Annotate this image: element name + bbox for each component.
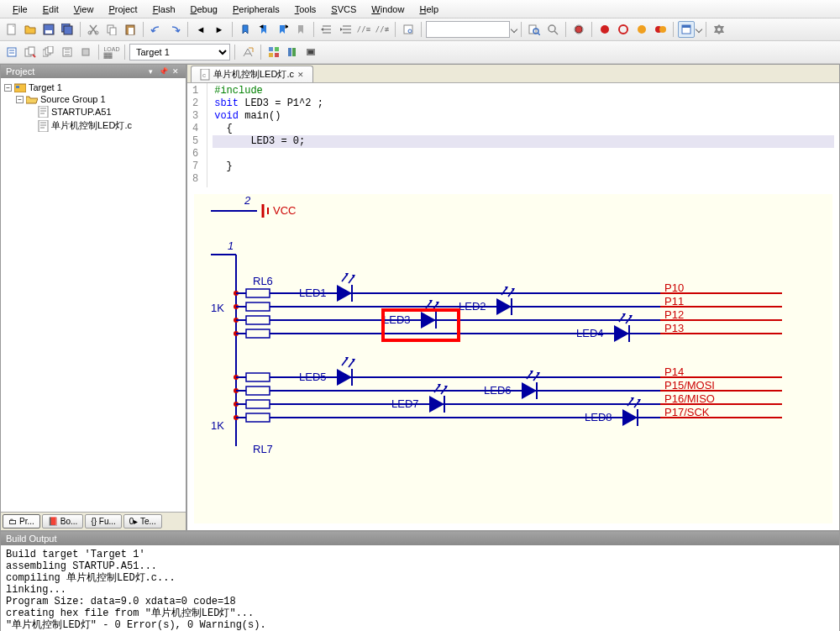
menu-peripherals[interactable]: Peripherals — [225, 3, 287, 16]
rebuild-icon[interactable] — [40, 44, 57, 60]
build-output-text[interactable]: Build target 'Target 1'assembling STARTU… — [1, 545, 839, 631]
breakpoint-enable-icon[interactable] — [615, 21, 632, 38]
outdent-icon[interactable] — [337, 21, 354, 38]
breakpoint-kill-icon[interactable] — [652, 21, 669, 38]
svg-rect-71 — [246, 316, 270, 324]
menu-svcs[interactable]: SVCS — [323, 3, 364, 16]
svg-rect-83 — [246, 373, 270, 381]
dropdown-icon[interactable] — [511, 26, 517, 33]
download-icon[interactable]: LOAD▓▓ — [103, 44, 120, 60]
code-text[interactable]: #include sbit LED3 = P1^2 ;void main() {… — [207, 83, 839, 187]
open-file-icon[interactable] — [22, 21, 39, 38]
tab-functions[interactable]: {} Fu... — [85, 514, 121, 528]
menu-file[interactable]: File — [5, 3, 35, 16]
bookmark-prev-icon[interactable]: ◄ — [255, 21, 272, 38]
redo-icon[interactable] — [166, 21, 183, 38]
find-input[interactable] — [426, 21, 510, 38]
tab-project[interactable]: 🗀Pr... — [3, 514, 40, 528]
close-tab-icon[interactable]: ✕ — [297, 71, 304, 79]
dropdown-icon[interactable] — [696, 26, 702, 33]
options-target-icon[interactable] — [239, 44, 256, 60]
new-file-icon[interactable] — [3, 21, 20, 38]
copy-icon[interactable] — [103, 21, 120, 38]
target-combo[interactable]: Target 1 — [129, 44, 230, 60]
window-icon[interactable] — [678, 21, 695, 38]
bookmark-icon[interactable] — [237, 21, 254, 38]
breakpoint-disable-icon[interactable] — [633, 21, 650, 38]
svg-text:P17/SCK: P17/SCK — [664, 406, 710, 418]
tree-group-node[interactable]: − Source Group 1 — [4, 93, 182, 105]
translate-icon[interactable] — [3, 44, 20, 60]
nav-fwd-icon[interactable]: ► — [211, 21, 228, 38]
cut-icon[interactable] — [85, 21, 102, 38]
svg-rect-10 — [129, 28, 134, 34]
svg-point-26 — [659, 26, 666, 33]
panel-close-icon[interactable]: ✕ — [171, 66, 181, 76]
batch-build-icon[interactable] — [59, 44, 76, 60]
build-output-header: Build Output — [1, 532, 839, 545]
save-all-icon[interactable] — [59, 21, 76, 38]
tree-file-node[interactable]: STARTUP.A51 — [4, 105, 182, 118]
uncomment-icon[interactable]: //≢ — [374, 21, 391, 38]
menu-debug[interactable]: Debug — [183, 3, 225, 16]
bookmark-clear-icon[interactable] — [292, 21, 309, 38]
svg-text:RL7: RL7 — [253, 443, 273, 455]
c-file-icon — [38, 120, 49, 132]
bookmark-next-icon[interactable]: ► — [274, 21, 291, 38]
find-icon[interactable] — [400, 21, 417, 38]
svg-text:P10: P10 — [664, 281, 684, 294]
menu-view[interactable]: View — [66, 3, 102, 16]
tree-target-node[interactable]: − Target 1 — [4, 82, 182, 93]
save-icon[interactable] — [40, 21, 57, 38]
configure-icon[interactable] — [711, 21, 727, 38]
breakpoint-insert-icon[interactable] — [596, 21, 613, 38]
menu-project[interactable]: Project — [101, 3, 144, 16]
svg-line-17 — [538, 33, 540, 35]
code-editor[interactable]: 12345678 #include sbit LED3 = P1^2 ;void… — [187, 83, 839, 187]
schematic-view[interactable]: 2 VCC 1 1K RL6 — [194, 194, 832, 523]
svg-line-127 — [349, 360, 354, 367]
comment-icon[interactable]: //≡ — [355, 21, 372, 38]
file-tab[interactable]: c 单片机控制LED灯.c ✕ — [191, 66, 313, 82]
menu-window[interactable]: Window — [364, 3, 412, 16]
manage-books-icon[interactable] — [284, 44, 301, 60]
collapse-icon[interactable]: − — [4, 84, 12, 92]
svg-point-20 — [575, 26, 582, 33]
menu-edit[interactable]: Edit — [35, 3, 66, 16]
panel-dropdown-icon[interactable]: ▾ — [145, 66, 155, 76]
svg-text:RL6: RL6 — [253, 275, 273, 287]
tab-templates[interactable]: 0▸ Te... — [123, 514, 162, 528]
toolbar-sep — [260, 45, 261, 60]
menu-flash[interactable]: Flash — [145, 3, 183, 16]
svg-rect-30 — [8, 48, 16, 56]
paste-icon[interactable] — [122, 21, 139, 38]
svg-point-24 — [638, 25, 646, 34]
svg-line-99 — [349, 276, 354, 283]
tab-books[interactable]: 📕Bo... — [42, 514, 84, 528]
toolbar-sep — [706, 22, 706, 37]
toolbar-sep — [232, 22, 233, 37]
menu-help[interactable]: Help — [412, 3, 446, 16]
manage-icon[interactable] — [265, 44, 282, 60]
menu-tools[interactable]: Tools — [287, 3, 324, 16]
indent-icon[interactable] — [318, 21, 335, 38]
build-icon[interactable] — [22, 44, 39, 60]
undo-icon[interactable] — [148, 21, 165, 38]
svg-text:LED7: LED7 — [391, 397, 419, 410]
svg-rect-65 — [246, 289, 270, 297]
tree-file-node[interactable]: 单片机控制LED灯.c — [4, 118, 182, 133]
project-tree[interactable]: − Target 1 − Source Group 1 STARTUP.A51 … — [1, 78, 186, 512]
find-in-files-icon[interactable] — [526, 21, 543, 38]
project-panel-title: Project — [6, 66, 34, 76]
toolbar-sep — [591, 22, 592, 37]
nav-back-icon[interactable]: ◄ — [192, 21, 209, 38]
manage-comp-icon[interactable] — [302, 44, 319, 60]
incremental-find-icon[interactable] — [544, 21, 561, 38]
svg-line-126 — [342, 359, 347, 365]
svg-text:1: 1 — [228, 239, 234, 252]
collapse-icon[interactable]: − — [16, 96, 24, 103]
panel-pin-icon[interactable]: 📌 — [158, 66, 168, 76]
debug-icon[interactable] — [570, 21, 587, 38]
stop-build-icon[interactable] — [77, 44, 94, 60]
c-file-icon: c — [200, 69, 210, 81]
